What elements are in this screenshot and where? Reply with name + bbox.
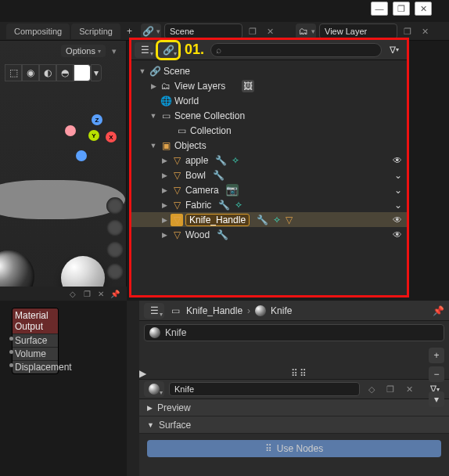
- drag-handle[interactable]: ▶⠿⠿: [139, 368, 449, 379]
- node-editor[interactable]: Material Output Surface Volume Displacem…: [0, 301, 127, 476]
- collapse-chevron-icon[interactable]: ⌄: [394, 200, 402, 211]
- axis-z[interactable]: Z: [92, 114, 102, 125]
- mesh-data-icon[interactable]: ▽: [286, 215, 293, 225]
- visibility-eye-icon[interactable]: 👁: [393, 229, 402, 240]
- modifier-icon[interactable]: 🔧: [218, 200, 230, 211]
- particle-icon[interactable]: ✧: [235, 200, 242, 211]
- item-apple[interactable]: apple: [185, 155, 208, 166]
- window-minimize[interactable]: —: [371, 2, 388, 16]
- material-name-label[interactable]: Knife: [271, 305, 292, 316]
- disclosure-icon[interactable]: ▶: [160, 216, 168, 224]
- item-bowl[interactable]: Bowl: [185, 170, 206, 181]
- modifier-icon[interactable]: 🔧: [257, 215, 268, 225]
- collapse-chevron-icon[interactable]: ⌄: [394, 170, 402, 181]
- duplicate-icon[interactable]: ❐: [383, 382, 397, 396]
- axis-x[interactable]: X: [106, 132, 117, 142]
- tab-scripting[interactable]: Scripting: [71, 23, 120, 39]
- shading-dropdown-icon[interactable]: ▾: [91, 64, 102, 81]
- disclosure-icon[interactable]: ▶: [160, 171, 168, 179]
- display-mode-dropdown[interactable]: ☰▾: [135, 42, 155, 58]
- slot-add-button[interactable]: +: [429, 348, 444, 363]
- item-camera[interactable]: Camera: [185, 185, 219, 196]
- node-header[interactable]: Material Output: [13, 308, 58, 334]
- properties-tab-strip[interactable]: [127, 301, 139, 476]
- tab-compositing[interactable]: Compositing: [6, 23, 70, 39]
- material-slot[interactable]: Knife: [144, 324, 444, 341]
- disclosure-icon[interactable]: ▼: [149, 142, 157, 150]
- new-scene-icon[interactable]: ❐: [246, 24, 260, 38]
- item-knife-handle[interactable]: Knife_Handle: [185, 214, 250, 226]
- material-output-node[interactable]: Material Output Surface Volume Displacem…: [13, 308, 58, 373]
- shading-render-icon[interactable]: ◓: [56, 64, 74, 81]
- slot-menu-button[interactable]: ▾: [429, 391, 444, 407]
- pan-icon[interactable]: [106, 219, 124, 236]
- modifier-icon[interactable]: 🔧: [213, 170, 224, 181]
- delete-scene-icon[interactable]: ✕: [263, 24, 277, 38]
- scene-label[interactable]: Scene: [163, 66, 190, 77]
- scene-name-field[interactable]: Scene: [164, 23, 242, 39]
- disclosure-icon[interactable]: ▼: [138, 67, 146, 75]
- visibility-eye-icon[interactable]: 👁: [393, 155, 402, 166]
- props-editor-dropdown[interactable]: ☰▾: [144, 303, 164, 319]
- viewlayer-name-field[interactable]: View Layer: [319, 23, 397, 39]
- data-api-dropdown[interactable]: 🔗▾: [158, 42, 178, 58]
- modifier-icon[interactable]: 🔧: [217, 229, 228, 240]
- new-viewlayer-icon[interactable]: ❐: [401, 24, 415, 38]
- delete-viewlayer-icon[interactable]: ✕: [418, 24, 432, 38]
- node-socket-surface[interactable]: Surface: [13, 334, 58, 347]
- use-nodes-button[interactable]: ⠿Use Nodes: [147, 440, 441, 457]
- disclosure-icon[interactable]: ▶: [149, 82, 157, 90]
- node-socket-volume[interactable]: Volume: [13, 347, 58, 360]
- disclosure-icon[interactable]: ▶: [160, 157, 168, 164]
- node-socket-displacement[interactable]: Displacement: [13, 360, 58, 373]
- navigation-gizmo[interactable]: Z Y X: [82, 119, 125, 162]
- pin-icon[interactable]: 📌: [433, 305, 444, 316]
- axis-y[interactable]: Y: [88, 130, 99, 141]
- search-input[interactable]: ⌕: [210, 43, 382, 57]
- scene-browse-dropdown[interactable]: 🔗: [141, 23, 161, 39]
- viewlayers-label[interactable]: View Layers: [174, 81, 225, 92]
- scenecoll-label[interactable]: Scene Collection: [174, 110, 245, 121]
- surface-panel-header[interactable]: ▼Surface: [139, 416, 449, 434]
- shading-active-icon[interactable]: [74, 64, 91, 81]
- modifier-icon[interactable]: 🔧: [215, 155, 227, 166]
- preview-panel-header[interactable]: ▶Preview: [139, 399, 449, 416]
- render-icon[interactable]: 🖼: [242, 80, 254, 92]
- world-label[interactable]: World: [174, 96, 199, 106]
- close-icon[interactable]: ✕: [95, 288, 106, 299]
- slot-remove-button[interactable]: −: [429, 366, 444, 382]
- shading-solid-icon[interactable]: ◉: [22, 64, 39, 81]
- options-extra-icon[interactable]: ▾: [107, 44, 121, 58]
- viewlayer-browse-dropdown[interactable]: 🗂: [296, 23, 316, 39]
- objects-label[interactable]: Objects: [174, 140, 207, 151]
- disclosure-icon[interactable]: ▼: [149, 112, 157, 120]
- particle-icon[interactable]: ✧: [273, 215, 281, 225]
- unlink-icon[interactable]: ✕: [402, 382, 416, 396]
- camera-view-icon[interactable]: [106, 241, 124, 258]
- perspective-icon[interactable]: [106, 263, 124, 280]
- zoom-icon[interactable]: [106, 197, 124, 215]
- shading-wire-icon[interactable]: ⬚: [5, 64, 22, 81]
- options-dropdown[interactable]: Options: [61, 45, 106, 57]
- item-fabric[interactable]: Fabric: [185, 200, 211, 211]
- window-close[interactable]: ✕: [415, 2, 432, 16]
- window-maximize[interactable]: ❐: [393, 2, 410, 16]
- material-browse-dropdown[interactable]: ▾: [144, 381, 164, 397]
- filter-dropdown[interactable]: ∇▾: [385, 42, 404, 58]
- shading-matprev-icon[interactable]: ◐: [39, 64, 56, 81]
- material-name-field[interactable]: Knife: [169, 382, 360, 396]
- fake-user-icon[interactable]: ◇: [365, 382, 379, 396]
- disclosure-icon[interactable]: ▶: [160, 201, 168, 209]
- item-wood[interactable]: Wood: [185, 229, 210, 240]
- camera-data-icon[interactable]: 📷: [226, 184, 239, 197]
- particle-icon[interactable]: ✧: [232, 155, 239, 166]
- pin-icon[interactable]: 📌: [110, 288, 120, 299]
- copy-icon[interactable]: ❐: [81, 288, 92, 299]
- disclosure-icon[interactable]: ▶: [160, 186, 168, 194]
- visibility-eye-icon[interactable]: 👁: [393, 215, 402, 225]
- object-name-label[interactable]: Knife_Handle: [186, 305, 242, 316]
- collection-label[interactable]: Collection: [190, 125, 232, 136]
- collapse-chevron-icon[interactable]: ⌄: [394, 185, 402, 196]
- disclosure-icon[interactable]: ▶: [160, 231, 168, 239]
- shield-icon[interactable]: ◇: [67, 288, 78, 299]
